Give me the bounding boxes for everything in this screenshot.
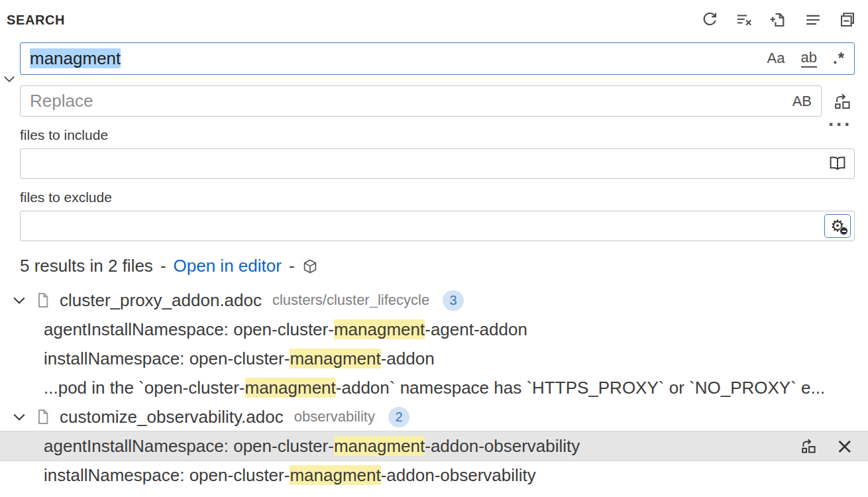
panel-header: SEARCH — [0, 0, 868, 30]
match-highlight: managment — [290, 349, 380, 368]
match-text: agentInstallNamespace: open-cluster-mana… — [44, 436, 580, 457]
chevron-down-icon[interactable] — [11, 408, 28, 425]
search-query-text: managment — [30, 48, 121, 69]
refresh-icon[interactable] — [701, 11, 718, 28]
clear-search-results-icon[interactable] — [735, 11, 753, 28]
replace-placeholder: Replace — [30, 91, 93, 111]
match-row[interactable]: agentInstallNamespace: open-cluster-mana… — [0, 431, 868, 461]
search-toolbar — [701, 11, 856, 28]
results-count-text: 5 results in 2 files — [20, 256, 153, 276]
whole-word-icon[interactable]: ab — [801, 50, 817, 67]
selected-query-text: managment — [30, 48, 121, 68]
match-highlight: managment — [245, 378, 336, 398]
file-name: customize_observability.adoc — [60, 407, 284, 427]
dash: - — [289, 256, 295, 276]
match-row[interactable]: ...pod in the `open-cluster-managment-ad… — [0, 373, 868, 402]
file-icon — [34, 408, 52, 425]
file-path: clusters/cluster_lifecycle — [272, 292, 429, 309]
dash: - — [160, 256, 166, 276]
match-highlight: managment — [334, 319, 425, 339]
match-text: installNamespace: open-cluster-managment… — [44, 465, 536, 486]
open-in-editor-link[interactable]: Open in editor — [174, 256, 282, 276]
more-actions-icon[interactable]: ··· — [828, 117, 852, 133]
match-row[interactable]: installNamespace: open-cluster-managment… — [0, 344, 868, 373]
replace-row: Replace AB — [20, 85, 868, 117]
file-row[interactable]: customize_observability.adocobservabilit… — [0, 402, 868, 431]
match-case-icon[interactable]: Aa — [767, 50, 785, 66]
toggle-replace-expanded-icon[interactable] — [1, 71, 17, 87]
replace-all-icon[interactable] — [833, 92, 851, 111]
match-text: agentInstallNamespace: open-cluster-mana… — [44, 319, 527, 340]
new-search-editor-icon[interactable] — [770, 11, 787, 28]
file-row[interactable]: cluster_proxy_addon.adocclusters/cluster… — [0, 286, 868, 315]
match-text: installNamespace: open-cluster-managment… — [44, 349, 435, 369]
preserve-case-icon[interactable]: AB — [792, 93, 812, 110]
match-highlight: managment — [334, 436, 425, 456]
match-row[interactable]: installNamespace: open-cluster-managment… — [0, 461, 868, 490]
replace-input[interactable]: Replace AB — [20, 85, 822, 117]
files-to-include-input[interactable] — [20, 148, 855, 179]
results-tree: cluster_proxy_addon.adocclusters/cluster… — [0, 286, 868, 490]
results-summary: 5 results in 2 files - Open in editor - — [20, 256, 868, 276]
search-open-editors-book-icon[interactable] — [829, 155, 846, 172]
file-name: cluster_proxy_addon.adoc — [60, 290, 262, 311]
cube-icon[interactable] — [302, 258, 318, 274]
search-input[interactable]: managment Aa ab .* — [20, 42, 855, 75]
use-exclude-settings-button[interactable]: ⚙ — [824, 214, 851, 238]
panel-title: SEARCH — [7, 13, 65, 28]
files-to-include-label: files to include — [20, 127, 868, 143]
search-options: Aa ab .* — [767, 50, 845, 67]
file-icon — [34, 292, 52, 309]
match-text: ...pod in the `open-cluster-managment-ad… — [44, 378, 825, 398]
match-row[interactable]: agentInstallNamespace: open-cluster-mana… — [0, 315, 868, 344]
file-path: observability — [294, 408, 375, 425]
chevron-down-icon[interactable] — [11, 292, 28, 309]
files-to-exclude-input[interactable]: ⚙ — [20, 211, 855, 241]
replace-match-icon[interactable] — [800, 437, 817, 455]
collapse-all-icon[interactable] — [839, 11, 856, 28]
files-to-exclude-label: files to exclude — [20, 190, 868, 205]
regex-icon[interactable]: .* — [833, 50, 845, 67]
match-count-badge: 3 — [443, 290, 464, 311]
match-actions: × — [800, 437, 853, 455]
match-count-badge: 2 — [388, 407, 409, 427]
dismiss-match-icon[interactable]: × — [836, 437, 853, 455]
match-highlight: managment — [290, 465, 380, 485]
exclude-dot-icon — [840, 227, 848, 235]
view-as-list-icon[interactable] — [804, 11, 822, 28]
